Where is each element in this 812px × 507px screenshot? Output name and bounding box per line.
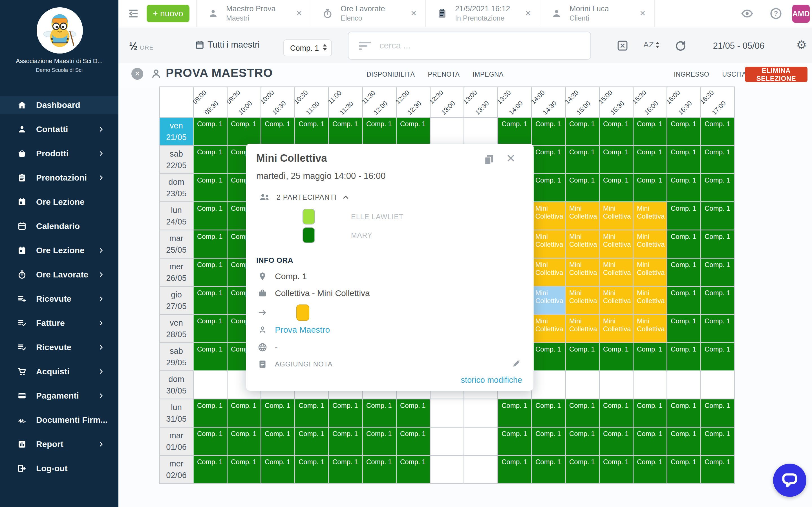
slot-31-05-13-00[interactable]: [464, 399, 497, 427]
slot-26-05-14-00[interactable]: Mini Collettiva: [532, 259, 565, 286]
slot-23-05-16-30[interactable]: Comp. 1: [701, 174, 734, 202]
day-cell-sab-29-05[interactable]: sab29/05: [160, 343, 193, 371]
menu-ingresso[interactable]: INGRESSO: [674, 71, 709, 78]
slot-26-05-14-30[interactable]: Mini Collettiva: [566, 259, 599, 286]
slot-01-06-11-00[interactable]: Comp. 1: [329, 428, 362, 455]
tab-maestro-prova[interactable]: Maestro ProvaMaestri✕: [197, 0, 311, 27]
slot-28-05-15-00[interactable]: Mini Collettiva: [600, 315, 633, 342]
sidebar-item-report[interactable]: Report: [0, 435, 118, 453]
eye-icon[interactable]: [741, 7, 753, 20]
slot-30-05-14-30[interactable]: [566, 371, 599, 399]
slot-31-05-12-00[interactable]: Comp. 1: [397, 399, 430, 427]
sidebar-item-fatture[interactable]: Fatture: [0, 314, 118, 332]
pencil-icon[interactable]: [511, 357, 522, 369]
slot-21-05-09-30[interactable]: Comp. 1: [227, 118, 260, 145]
slot-27-05-09-00[interactable]: Comp. 1: [194, 287, 227, 314]
info-note-row[interactable]: AGGIUNGI NOTA: [257, 359, 333, 369]
slot-02-06-12-00[interactable]: Comp. 1: [397, 456, 430, 483]
day-cell-mar-25-05[interactable]: mar25/05: [160, 230, 193, 258]
slot-30-05-16-30[interactable]: [701, 371, 734, 399]
slot-01-06-13-30[interactable]: Comp. 1: [498, 428, 531, 455]
slot-26-05-16-30[interactable]: Comp. 1: [701, 259, 734, 286]
slot-30-05-15-30[interactable]: [633, 371, 666, 399]
slot-25-05-15-30[interactable]: Mini Collettiva: [633, 230, 666, 258]
sidebar-item-log-out[interactable]: Log-out: [0, 459, 118, 478]
slot-02-06-15-30[interactable]: Comp. 1: [633, 456, 666, 483]
time-header-11-30[interactable]: 11:3012:00: [363, 87, 396, 117]
slot-01-06-12-00[interactable]: Comp. 1: [397, 428, 430, 455]
delete-selection-button[interactable]: ELIMINA SELEZIONE: [745, 67, 808, 82]
slot-01-06-16-00[interactable]: Comp. 1: [667, 428, 700, 455]
time-header-14-30[interactable]: 14:3015:00: [566, 87, 599, 117]
menu-impegna[interactable]: IMPEGNA: [472, 71, 504, 78]
slot-31-05-11-30[interactable]: Comp. 1: [363, 399, 396, 427]
slot-01-06-15-00[interactable]: Comp. 1: [600, 428, 633, 455]
sidebar-item-ricevute[interactable]: Ricevute: [0, 338, 118, 356]
slot-22-05-15-00[interactable]: Comp. 1: [600, 146, 633, 173]
slot-24-05-15-30[interactable]: Mini Collettiva: [633, 202, 666, 230]
time-header-15-30[interactable]: 15:3016:00: [633, 87, 666, 117]
collapse-sidebar-icon[interactable]: [128, 8, 139, 19]
slot-26-05-15-30[interactable]: Mini Collettiva: [633, 259, 666, 286]
slot-02-06-13-00[interactable]: [464, 456, 497, 483]
tab-close-icon[interactable]: ✕: [410, 9, 417, 18]
gear-icon[interactable]: ⚙: [796, 38, 807, 52]
slot-25-05-16-00[interactable]: Comp. 1: [667, 230, 700, 258]
slot-28-05-09-00[interactable]: Comp. 1: [194, 315, 227, 342]
slot-23-05-09-00[interactable]: Comp. 1: [194, 174, 227, 202]
slot-24-05-16-00[interactable]: Comp. 1: [667, 202, 700, 230]
slot-21-05-12-30[interactable]: [430, 118, 463, 145]
day-cell-sab-22-05[interactable]: sab22/05: [160, 146, 193, 173]
sidebar-item-ore-lezione[interactable]: Ore Lezione: [0, 241, 118, 260]
slot-21-05-11-00[interactable]: Comp. 1: [329, 118, 362, 145]
slot-21-05-13-30[interactable]: Comp. 1: [498, 118, 531, 145]
history-link[interactable]: storico modifiche: [461, 376, 522, 385]
slot-24-05-14-30[interactable]: Mini Collettiva: [566, 202, 599, 230]
slot-29-05-16-30[interactable]: Comp. 1: [701, 343, 734, 371]
slot-01-06-15-30[interactable]: Comp. 1: [633, 428, 666, 455]
slot-25-05-14-00[interactable]: Mini Collettiva: [532, 230, 565, 258]
all-masters-button[interactable]: Tutti i maestri: [195, 40, 260, 50]
sort-az-icon[interactable]: AZ: [644, 40, 659, 49]
slot-23-05-15-00[interactable]: Comp. 1: [600, 174, 633, 202]
slot-01-06-14-30[interactable]: Comp. 1: [566, 428, 599, 455]
slot-28-05-14-30[interactable]: Mini Collettiva: [566, 315, 599, 342]
slot-01-06-12-30[interactable]: [430, 428, 463, 455]
day-cell-ven-21-05[interactable]: ven21/05: [160, 118, 193, 145]
slot-29-05-16-00[interactable]: Comp. 1: [667, 343, 700, 371]
sidebar-item-ore-lavorate[interactable]: Ore Lavorate: [0, 265, 118, 284]
half-hour-toggle[interactable]: ½ORE: [129, 40, 154, 52]
time-header-11-00[interactable]: 11:0011:30: [329, 87, 362, 117]
tab-close-icon[interactable]: ✕: [525, 9, 531, 18]
sidebar-item-prenotazioni[interactable]: Prenotazioni: [0, 168, 118, 187]
slot-21-05-13-00[interactable]: [464, 118, 497, 145]
slot-21-05-10-00[interactable]: Comp. 1: [261, 118, 294, 145]
tab-close-icon[interactable]: ✕: [296, 9, 302, 18]
slot-01-06-10-00[interactable]: Comp. 1: [261, 428, 294, 455]
slot-25-05-15-00[interactable]: Mini Collettiva: [600, 230, 633, 258]
tab-morini-luca[interactable]: Morini LucaClienti✕: [540, 0, 655, 27]
slot-31-05-15-30[interactable]: Comp. 1: [633, 399, 666, 427]
sidebar-item-pagamenti[interactable]: Pagamenti: [0, 386, 118, 405]
slot-31-05-10-30[interactable]: Comp. 1: [295, 399, 328, 427]
time-header-09-00[interactable]: 09:0009:30: [194, 87, 227, 117]
slot-23-05-15-30[interactable]: Comp. 1: [633, 174, 666, 202]
slot-22-05-14-30[interactable]: Comp. 1: [566, 146, 599, 173]
slot-29-05-09-00[interactable]: Comp. 1: [194, 343, 227, 371]
slot-27-05-15-00[interactable]: Mini Collettiva: [600, 287, 633, 314]
time-header-16-30[interactable]: 16:3017:00: [701, 87, 734, 117]
menu-prenota[interactable]: PRENOTA: [428, 71, 460, 78]
close-icon[interactable]: ✕: [506, 152, 516, 165]
tab-close-icon[interactable]: ✕: [640, 9, 646, 18]
slot-01-06-14-00[interactable]: Comp. 1: [532, 428, 565, 455]
slot-31-05-16-00[interactable]: Comp. 1: [667, 399, 700, 427]
slot-01-06-11-30[interactable]: Comp. 1: [363, 428, 396, 455]
sidebar-item-prodotti[interactable]: Prodotti: [0, 144, 118, 163]
slot-01-06-10-30[interactable]: Comp. 1: [295, 428, 328, 455]
slot-26-05-15-00[interactable]: Mini Collettiva: [600, 259, 633, 286]
slot-31-05-16-30[interactable]: Comp. 1: [701, 399, 734, 427]
slot-28-05-16-30[interactable]: Comp. 1: [701, 315, 734, 342]
slot-22-05-09-00[interactable]: Comp. 1: [194, 146, 227, 173]
teacher-link[interactable]: Prova Maestro: [275, 325, 330, 335]
slot-28-05-15-30[interactable]: Mini Collettiva: [633, 315, 666, 342]
